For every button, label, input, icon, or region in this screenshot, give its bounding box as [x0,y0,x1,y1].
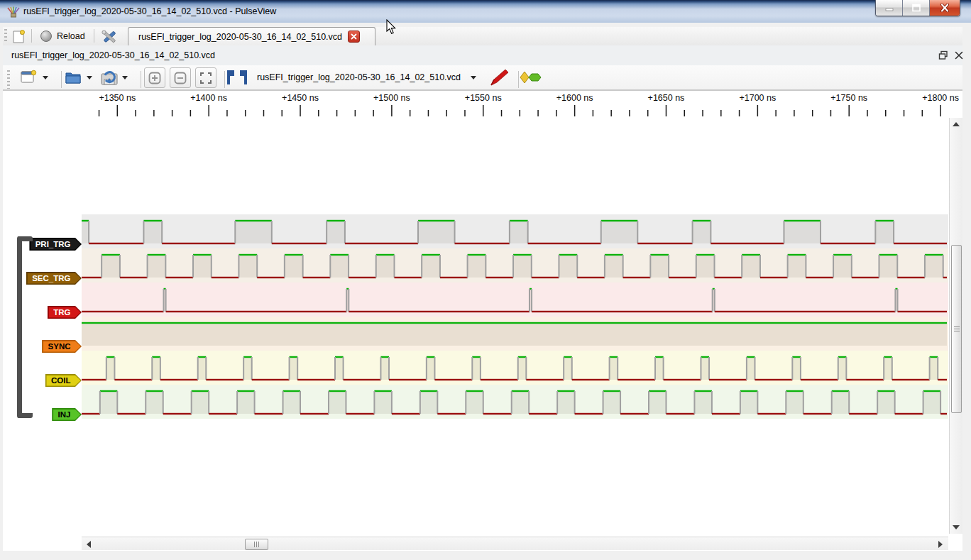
signal-tag-label: TRG [48,307,80,318]
reload-icon [40,31,52,42]
window-title: rusEFI_trigger_log_2020-05-30_16_14_02_5… [23,6,276,16]
open-file-button[interactable] [65,67,83,87]
ruler-tick-label: +1600 ns [556,93,593,103]
thumb-grip [954,326,960,331]
maximize-button[interactable] [903,0,930,16]
pulseview-logo-icon [6,5,21,19]
separator [224,71,225,88]
device-file-selector[interactable]: rusEFI_trigger_log_2020-05-30_16_14_02_5… [257,67,476,87]
dock-title: rusEFI_trigger_log_2020-05-30_16_14_02_5… [11,50,215,60]
signal-tag-label: PRI_TRG [31,239,81,250]
chevron-down-icon [43,76,48,79]
signal-tag-label: SYNC [43,341,81,352]
new-view-button[interactable] [20,67,37,87]
chevron-down-icon [471,76,476,79]
ruler-tick-label: +1550 ns [465,93,502,103]
vertical-scrollbar-thumb[interactable] [951,245,962,413]
toolbar-drag-handle[interactable] [4,29,7,43]
zoom-to-fit-button[interactable] [195,67,216,88]
open-folder-icon [65,70,83,85]
new-session-button[interactable] [9,27,28,47]
session-tab[interactable]: rusEFI_trigger_log_2020-05-30_16_14_02_5… [128,27,375,45]
ruler-tick-label: +1400 ns [190,93,227,103]
chevron-down-icon [122,76,128,79]
mouse-cursor [386,19,397,35]
ruler-tick-label: +1750 ns [830,93,867,103]
separator [31,29,32,43]
capture-toolbar: rusEFI_trigger_log_2020-05-30_16_14_02_5… [3,65,962,90]
save-icon [100,69,119,86]
run-icon [520,70,542,85]
session-tab-label: rusEFI_trigger_log_2020-05-30_16_14_02_5… [138,32,342,42]
signal-tag-TRG[interactable]: TRG [48,306,82,319]
reload-label: Reload [57,31,85,41]
ruler-tick-label: +1650 ns [648,93,685,103]
wrench-icon [101,29,118,45]
minimize-button[interactable] [876,0,903,16]
new-view-icon [20,70,37,85]
signal-tag-label: INJ [53,410,81,420]
separator [141,71,141,88]
trace-view-background[interactable] [3,90,962,551]
probe-icon [488,67,510,87]
zoom-to-fit-icon [199,72,212,84]
signal-tag-label: COIL [46,375,80,386]
dock-titlebar[interactable]: rusEFI_trigger_log_2020-05-30_16_14_02_5… [3,45,962,66]
chevron-down-icon [87,76,92,79]
scroll-left-icon[interactable] [87,541,91,548]
session-toolbar: Reload rusEFI_trigger_log_2020-05-30_16_… [3,27,962,46]
ruler-tick-label: +1700 ns [739,93,776,103]
trace-group-bracket[interactable] [17,236,33,418]
signal-tag-PRI_TRG[interactable]: PRI_TRG [29,238,82,251]
signal-tag-label: SEC_TRG [27,273,80,284]
signal-tag-SEC_TRG[interactable]: SEC_TRG [26,272,82,285]
new-view-dropdown[interactable] [43,67,48,87]
thumb-grip [254,542,259,547]
ruler-tick-label: +1350 ns [99,93,136,103]
separator [94,29,94,43]
zoom-in-icon [148,72,161,84]
new-session-icon [12,30,26,44]
scroll-right-icon[interactable] [938,541,943,548]
save-dropdown[interactable] [122,67,128,87]
ruler-tick-label: +1500 ns [373,93,410,103]
zoom-in-button[interactable] [144,67,165,88]
separator [61,71,62,88]
zoom-out-button[interactable] [170,67,191,88]
reload-button[interactable]: Reload [35,27,91,45]
minimize-icon [885,4,894,11]
run-button[interactable] [520,67,542,87]
zoom-out-icon [174,72,187,84]
settings-button[interactable] [97,27,121,47]
open-file-dropdown[interactable] [87,67,92,87]
ruler-tick-label: +1450 ns [282,93,319,103]
save-button[interactable] [100,67,119,87]
dock-float-icon[interactable] [938,50,948,60]
horizontal-scrollbar-thumb[interactable] [245,539,268,550]
show-cursors-button[interactable] [226,67,248,87]
scroll-up-icon[interactable] [953,122,960,126]
maximize-icon [911,4,921,12]
close-icon [940,4,950,12]
horizontal-scrollbar[interactable] [82,537,948,550]
ruler-tick-label: +1800 ns [922,93,959,103]
signal-tag-COIL[interactable]: COIL [45,374,82,387]
titlebar[interactable]: rusEFI_trigger_log_2020-05-30_16_14_02_5… [0,0,971,23]
dock-close-icon[interactable] [954,50,964,60]
toolbar-drag-handle[interactable] [7,70,10,89]
select-probes-button[interactable] [488,67,510,87]
signal-tag-SYNC[interactable]: SYNC [42,340,82,353]
close-button[interactable] [930,0,960,16]
cursors-flags-icon [226,70,248,85]
file-selector-value: rusEFI_trigger_log_2020-05-30_16_14_02_5… [257,72,461,82]
scroll-down-icon[interactable] [953,525,960,529]
separator [518,71,519,88]
tab-close-icon [351,33,357,40]
vertical-scrollbar[interactable] [949,118,962,534]
tab-close-button[interactable] [348,31,360,43]
